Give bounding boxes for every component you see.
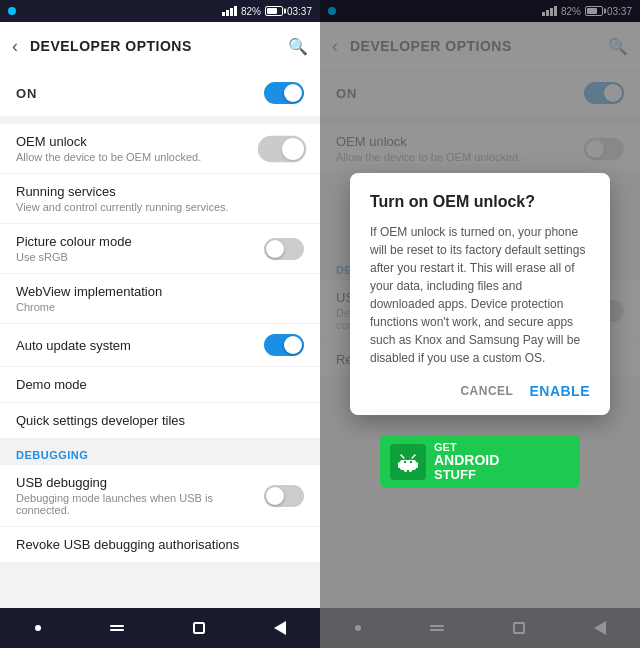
nav-bar-left <box>0 608 320 648</box>
badge-icon <box>390 444 426 480</box>
search-icon-left[interactable]: 🔍 <box>288 37 308 56</box>
status-bar-left: 82% 03:37 <box>0 0 320 22</box>
picture-colour-toggle[interactable] <box>264 238 304 260</box>
nav-app-button-left[interactable] <box>193 622 205 634</box>
auto-update-title: Auto update system <box>16 338 264 353</box>
back-button-left[interactable]: ‹ <box>12 36 18 57</box>
running-services-subtitle: View and control currently running servi… <box>16 201 304 213</box>
picture-colour-title: Picture colour mode <box>16 234 264 249</box>
demo-mode-item[interactable]: Demo mode <box>0 367 320 403</box>
webview-title: WebView implementation <box>16 284 304 299</box>
quick-settings-title-left: Quick settings developer tiles <box>16 413 304 428</box>
on-toggle-knob-left <box>284 84 302 102</box>
page-title-left: DEVELOPER OPTIONS <box>30 38 288 54</box>
auto-update-toggle[interactable] <box>264 334 304 356</box>
right-phone-screen-container: 82% 03:37 ‹ DEVELOPER OPTIONS 🔍 ON <box>320 0 640 648</box>
on-section-left: ON <box>0 70 320 116</box>
settings-content-left: ON OEM unlock Allow the device to be OEM… <box>0 70 320 608</box>
status-dot <box>8 7 16 15</box>
badge-stuff-label: STUFF <box>434 467 499 482</box>
signal-percent: 82% <box>241 6 261 17</box>
svg-rect-2 <box>415 462 418 468</box>
picture-colour-subtitle: Use sRGB <box>16 251 264 263</box>
webview-item[interactable]: WebView implementation Chrome <box>0 274 320 324</box>
dialog-overlay: Turn on OEM unlock? If OEM unlock is tur… <box>320 0 640 648</box>
usb-debugging-item-left[interactable]: USB debugging Debugging mode launches wh… <box>0 465 320 527</box>
on-label-left: ON <box>16 86 38 101</box>
status-right-info: 82% 03:37 <box>222 6 312 17</box>
debugging-header-left: DEBUGGING <box>0 439 320 465</box>
dialog-actions: CANCEL ENABLE <box>370 383 590 399</box>
usb-debugging-title-left: USB debugging <box>16 475 264 490</box>
android-icon <box>396 450 420 474</box>
svg-rect-3 <box>404 468 407 472</box>
dialog-cancel-button[interactable]: CANCEL <box>460 384 513 398</box>
oem-unlock-subtitle-left: Allow the device to be OEM unlocked. <box>16 151 260 163</box>
status-left-indicators <box>8 7 16 15</box>
nav-back-button-left[interactable] <box>274 621 286 635</box>
oem-unlock-title-left: OEM unlock <box>16 134 260 149</box>
top-bar-left: ‹ DEVELOPER OPTIONS 🔍 <box>0 22 320 70</box>
battery-icon <box>265 6 283 16</box>
dialog-body: If OEM unlock is turned on, your phone w… <box>370 223 590 367</box>
oem-unlock-item-left[interactable]: OEM unlock Allow the device to be OEM un… <box>0 124 320 174</box>
usb-debugging-toggle-left[interactable] <box>264 485 304 507</box>
auto-update-item[interactable]: Auto update system <box>0 324 320 367</box>
dialog-enable-button[interactable]: ENABLE <box>529 383 590 399</box>
oem-unlock-toggle-left[interactable] <box>258 135 306 161</box>
quick-settings-item-left[interactable]: Quick settings developer tiles <box>0 403 320 439</box>
svg-point-6 <box>410 460 412 462</box>
svg-rect-4 <box>409 468 412 472</box>
revoke-usb-item-left[interactable]: Revoke USB debugging authorisations <box>0 527 320 563</box>
oem-unlock-dialog: Turn on OEM unlock? If OEM unlock is tur… <box>350 173 610 415</box>
get-android-stuff-badge: GET ANDROID STUFF <box>380 435 580 488</box>
usb-debugging-subtitle-left: Debugging mode launches when USB is conn… <box>16 492 264 516</box>
picture-colour-item[interactable]: Picture colour mode Use sRGB <box>0 224 320 274</box>
svg-rect-0 <box>400 460 416 470</box>
nav-recent-button-left[interactable] <box>110 625 124 631</box>
svg-rect-1 <box>398 462 401 468</box>
time-display: 03:37 <box>287 6 312 17</box>
demo-mode-title: Demo mode <box>16 377 304 392</box>
left-phone-screen: 82% 03:37 ‹ DEVELOPER OPTIONS 🔍 ON OEM u… <box>0 0 320 648</box>
dialog-title: Turn on OEM unlock? <box>370 193 590 211</box>
running-services-item[interactable]: Running services View and control curren… <box>0 174 320 224</box>
signal-icon <box>222 6 237 16</box>
badge-android-label: ANDROID <box>434 453 499 467</box>
webview-subtitle: Chrome <box>16 301 304 313</box>
revoke-usb-title-left: Revoke USB debugging authorisations <box>16 537 304 552</box>
svg-point-5 <box>404 460 406 462</box>
nav-home-button-left[interactable] <box>35 625 41 631</box>
on-toggle-left[interactable] <box>264 82 304 104</box>
running-services-title: Running services <box>16 184 304 199</box>
